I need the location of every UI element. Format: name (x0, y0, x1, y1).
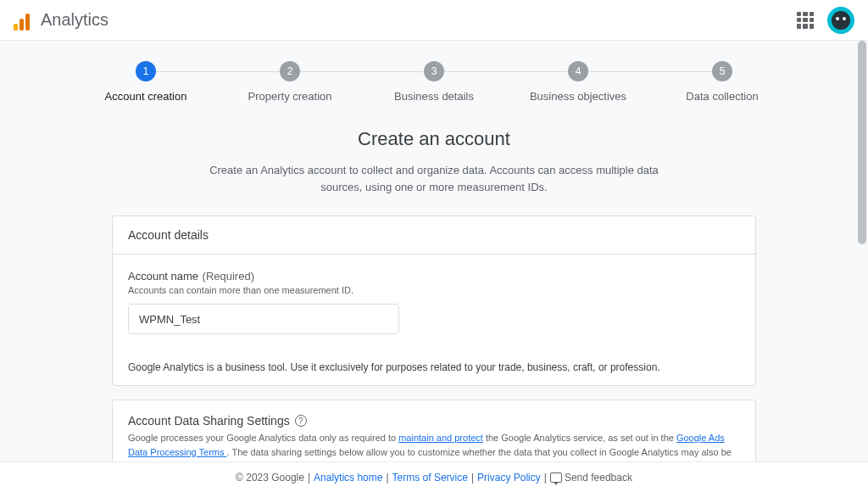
help-icon[interactable]: ? (295, 415, 307, 427)
header-brand: Analytics (14, 10, 108, 31)
main-content: 1 Account creation 2 Property creation 3… (0, 41, 868, 461)
terms-of-service-link[interactable]: Terms of Service (392, 472, 468, 484)
vertical-scrollbar[interactable] (856, 41, 866, 461)
data-sharing-description: Google processes your Google Analytics d… (128, 431, 740, 461)
product-name: Analytics (41, 10, 108, 30)
analytics-home-link[interactable]: Analytics home (314, 472, 382, 484)
account-name-hint: Accounts can contain more than one measu… (128, 285, 740, 295)
header-actions (797, 7, 854, 34)
feedback-icon (550, 472, 562, 483)
step-property-creation: 2 Property creation (218, 61, 362, 103)
account-name-input[interactable] (128, 304, 399, 334)
account-details-header: Account details (113, 216, 755, 254)
user-avatar[interactable] (827, 7, 854, 34)
apps-menu-icon[interactable] (797, 12, 814, 29)
copyright-text: © 2023 Google (236, 472, 304, 484)
step-business-objectives: 4 Business objectives (506, 61, 650, 103)
page-subtitle: Create an Analytics account to collect a… (197, 162, 671, 195)
business-tool-disclaimer: Google Analytics is a business tool. Use… (113, 348, 755, 385)
required-indicator: (Required) (203, 270, 254, 282)
privacy-policy-link[interactable]: Privacy Policy (477, 472, 541, 484)
data-sharing-card: Account Data Sharing Settings ? Google p… (112, 400, 756, 461)
app-header: Analytics (0, 0, 868, 41)
step-business-details: 3 Business details (362, 61, 506, 103)
account-name-label: Account name (128, 270, 198, 282)
setup-stepper: 1 Account creation 2 Property creation 3… (0, 41, 868, 120)
analytics-logo-icon (14, 10, 34, 31)
data-sharing-header: Account Data Sharing Settings (128, 414, 290, 428)
account-details-card: Account details Account name (Required) … (112, 215, 756, 386)
page-title: Create an account (0, 128, 868, 150)
send-feedback-button[interactable]: Send feedback (550, 472, 632, 484)
step-account-creation[interactable]: 1 Account creation (74, 61, 218, 103)
page-footer: © 2023 Google | Analytics home | Terms o… (0, 461, 868, 492)
step-data-collection: 5 Data collection (650, 61, 794, 103)
maintain-protect-link[interactable]: maintain and protect (398, 433, 483, 443)
